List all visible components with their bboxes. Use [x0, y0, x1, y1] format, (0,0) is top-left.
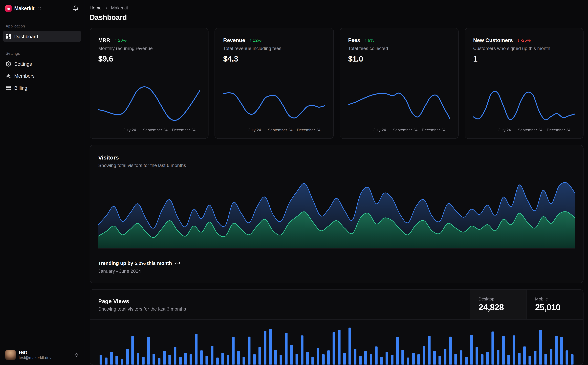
stat-value: $1.0 — [348, 54, 450, 63]
visitors-title: Visitors — [98, 154, 575, 161]
breadcrumb-home-link[interactable]: Home — [90, 5, 102, 11]
stat-title: Fees — [348, 37, 360, 43]
sidebar-header: m Makerkit — [0, 0, 84, 14]
stat-card-header: Fees ↑9% — [348, 37, 450, 43]
stat-subtitle: Customers who signed up this month — [473, 46, 575, 51]
stat-value: $9.6 — [98, 54, 200, 63]
trend-badge: ↓-25% — [517, 38, 531, 42]
nav-section-label-application: Application — [6, 24, 78, 28]
arrow-up-icon: ↑ — [115, 38, 117, 42]
visitors-trend-text: Trending up by 5.2% this month — [98, 260, 172, 266]
stat-value: 1 — [473, 54, 575, 63]
x-axis-label: July 24 — [498, 127, 511, 132]
visitors-subtitle: Showing total visitors for the last 6 mo… — [98, 163, 575, 168]
stat-card-fees: Fees ↑9% Total fees collected $1.0 July … — [339, 28, 458, 139]
workspace-name: Makerkit — [14, 6, 35, 11]
stat-card-revenue: Revenue ↑12% Total revenue including fee… — [214, 28, 333, 139]
page-views-title: Page Views — [98, 298, 462, 304]
logo-letter: m — [7, 6, 10, 11]
nav-section-label-settings: Settings — [6, 51, 78, 56]
trend-value: 20% — [118, 38, 126, 42]
notifications-button[interactable] — [72, 5, 79, 12]
arrow-up-icon: ↑ — [365, 38, 367, 42]
arrow-down-icon: ↓ — [517, 38, 519, 42]
page-views-header: Page Views Showing total visitors for th… — [90, 289, 583, 320]
arrow-up-icon: ↑ — [249, 38, 252, 42]
user-menu[interactable]: test test@makerkit.dev — [0, 345, 84, 365]
x-axis-label: July 24 — [249, 127, 261, 132]
x-axis-label: July 24 — [124, 127, 136, 132]
stat-card-new-customers: New Customers ↓-25% Customers who signed… — [465, 28, 583, 139]
breadcrumb-current: Makerkit — [111, 5, 128, 11]
page-views-desktop-toggle[interactable]: Desktop 24,828 — [470, 289, 526, 319]
chevron-right-icon — [104, 6, 108, 10]
x-axis-label: December 24 — [297, 127, 321, 132]
desktop-label: Desktop — [478, 296, 518, 301]
credit-card-icon — [6, 85, 11, 91]
x-axis-labels: July 24 September 24 December 24 — [98, 127, 200, 133]
desktop-value: 24,828 — [478, 302, 518, 312]
x-axis-labels: July 24 September 24 December 24 — [348, 127, 450, 133]
main-content: Home Makerkit Dashboard MRR ↑20% Monthly… — [84, 0, 588, 365]
trend-value: 9% — [368, 38, 374, 42]
visitors-date-range: January - June 2024 — [98, 268, 575, 274]
stat-card-header: Revenue ↑12% — [223, 37, 325, 43]
sparkline-container: July 24 September 24 December 24 — [223, 69, 325, 133]
sparkline-container: July 24 September 24 December 24 — [348, 69, 450, 133]
sidebar-item-settings[interactable]: Settings — [3, 58, 81, 69]
app-root: m Makerkit Application Dashboard Setting… — [0, 0, 588, 365]
x-axis-label: September 24 — [268, 127, 293, 132]
breadcrumb: Home Makerkit — [90, 5, 583, 11]
visitors-trend-line: Trending up by 5.2% this month — [98, 260, 575, 266]
sidebar-item-label: Billing — [14, 85, 27, 91]
sidebar-item-billing[interactable]: Billing — [3, 82, 81, 93]
users-icon — [6, 73, 11, 79]
x-axis-label: July 24 — [374, 127, 386, 132]
page-views-mobile-toggle[interactable]: Mobile 25,010 — [526, 289, 583, 319]
x-axis-label: December 24 — [547, 127, 570, 132]
user-info: test test@makerkit.dev — [19, 349, 51, 360]
stat-card-header: MRR ↑20% — [98, 37, 200, 43]
makerkit-logo-icon: m — [5, 5, 12, 12]
page-title: Dashboard — [90, 13, 583, 22]
sidebar-item-dashboard[interactable]: Dashboard — [3, 31, 81, 42]
stat-card-mrr: MRR ↑20% Monthly recurring revenue $9.6 … — [90, 28, 208, 139]
sidebar-nav: Application Dashboard Settings Settings … — [0, 14, 84, 94]
mrr-sparkline-chart — [98, 83, 200, 125]
stat-title: Revenue — [223, 37, 245, 43]
trend-value: 12% — [253, 38, 262, 42]
sidebar: m Makerkit Application Dashboard Setting… — [0, 0, 84, 365]
stat-subtitle: Total revenue including fees — [223, 46, 325, 51]
sparkline-container: July 24 September 24 December 24 — [473, 69, 575, 133]
x-axis-label: September 24 — [143, 127, 168, 132]
x-axis-label: December 24 — [172, 127, 195, 132]
chevrons-up-down-icon — [74, 352, 79, 357]
avatar — [5, 350, 16, 360]
stat-value: $4.3 — [223, 54, 325, 63]
trend-badge: ↑20% — [115, 38, 127, 42]
dashboard-grid-icon — [6, 34, 11, 39]
x-axis-label: September 24 — [518, 127, 542, 132]
workspace-selector[interactable]: m Makerkit — [5, 5, 42, 12]
sidebar-item-members[interactable]: Members — [3, 70, 81, 81]
stat-title: New Customers — [473, 37, 513, 43]
sidebar-item-label: Members — [14, 73, 35, 79]
new-customers-sparkline-chart — [473, 83, 575, 125]
chevrons-up-down-icon — [37, 6, 42, 11]
page-views-card: Page Views Showing total visitors for th… — [90, 289, 583, 365]
revenue-sparkline-chart — [223, 83, 325, 125]
mobile-label: Mobile — [535, 296, 575, 301]
stat-subtitle: Monthly recurring revenue — [98, 46, 200, 51]
trending-up-icon — [174, 260, 180, 266]
page-views-bar-chart — [98, 324, 575, 365]
mobile-value: 25,010 — [535, 302, 575, 312]
page-views-subtitle: Showing total visitors for the last 3 mo… — [98, 306, 462, 312]
x-axis-labels: July 24 September 24 December 24 — [473, 127, 575, 133]
stat-subtitle: Total fees collected — [348, 46, 450, 51]
x-axis-label: September 24 — [393, 127, 418, 132]
stat-cards-row: MRR ↑20% Monthly recurring revenue $9.6 … — [90, 28, 583, 139]
visitors-area-chart — [98, 179, 575, 251]
trend-badge: ↑12% — [249, 38, 262, 42]
visitors-footer: Trending up by 5.2% this month January -… — [98, 260, 575, 274]
user-email: test@makerkit.dev — [19, 355, 51, 360]
